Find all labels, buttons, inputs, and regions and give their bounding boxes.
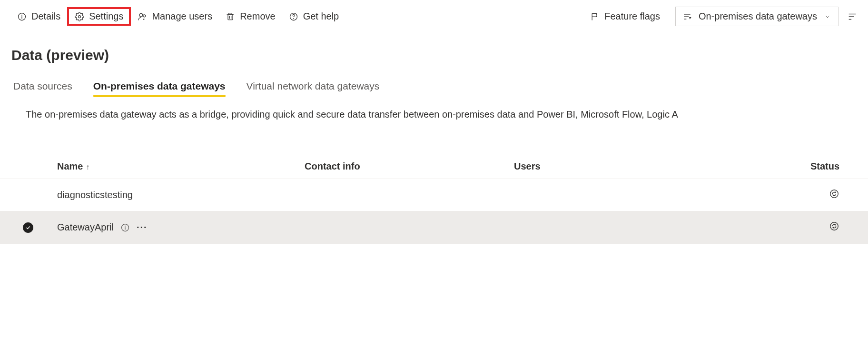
column-header-name[interactable]: Name↑ xyxy=(57,161,305,172)
row-selected-checkmark-icon[interactable] xyxy=(23,222,33,233)
details-button[interactable]: Details xyxy=(10,8,67,25)
page-title: Data (preview) xyxy=(11,47,868,63)
settings-label: Settings xyxy=(89,11,123,22)
svg-point-21 xyxy=(830,222,838,230)
svg-point-10 xyxy=(293,18,294,19)
command-bar: Details Settings Manage users Remove Get… xyxy=(0,0,868,33)
tab-data-sources[interactable]: Data sources xyxy=(13,80,72,97)
command-bar-left: Details Settings Manage users Remove Get… xyxy=(10,7,345,26)
gear-icon xyxy=(75,12,84,21)
svg-point-1 xyxy=(22,15,22,15)
tab-description: The on-premises data gateway acts as a b… xyxy=(26,109,868,120)
flag-icon xyxy=(590,12,600,21)
feature-flags-button[interactable]: Feature flags xyxy=(583,8,667,25)
table-row[interactable]: GatewayApril ··· xyxy=(0,211,868,244)
command-bar-right: Feature flags On-premises data gateways xyxy=(583,7,858,26)
get-help-button[interactable]: Get help xyxy=(282,8,346,25)
info-icon xyxy=(17,12,27,21)
gateway-name: diagnosticstesting xyxy=(57,190,133,200)
table-header-row: Name↑ Contact info Users Status xyxy=(0,154,868,179)
chevron-down-icon xyxy=(824,13,831,20)
gateways-table: Name↑ Contact info Users Status diagnost… xyxy=(0,154,868,244)
svg-point-5 xyxy=(143,14,146,17)
gateway-name: GatewayApril xyxy=(57,222,114,233)
tab-virtual-network-gateways[interactable]: Virtual network data gateways xyxy=(247,80,380,97)
tab-bar: Data sources On-premises data gateways V… xyxy=(13,80,868,97)
details-label: Details xyxy=(31,11,60,22)
column-header-status[interactable]: Status xyxy=(690,161,868,172)
view-selector[interactable]: On-premises data gateways xyxy=(675,7,838,26)
remove-button[interactable]: Remove xyxy=(219,8,282,25)
column-header-users[interactable]: Users xyxy=(514,161,690,172)
view-selector-label: On-premises data gateways xyxy=(699,11,817,22)
column-header-contact[interactable]: Contact info xyxy=(305,161,514,172)
manage-users-label: Manage users xyxy=(152,11,212,22)
help-icon xyxy=(289,12,298,21)
sort-ascending-icon: ↑ xyxy=(86,163,89,171)
svg-rect-6 xyxy=(228,14,233,20)
remove-label: Remove xyxy=(240,11,275,22)
svg-point-3 xyxy=(79,15,81,18)
refresh-status-icon[interactable] xyxy=(829,221,839,231)
filter-icon[interactable] xyxy=(847,11,858,22)
more-actions-button[interactable]: ··· xyxy=(137,222,148,233)
get-help-label: Get help xyxy=(303,11,339,22)
refresh-status-icon[interactable] xyxy=(829,189,839,199)
trash-icon xyxy=(226,12,235,21)
svg-point-17 xyxy=(830,190,838,198)
svg-point-4 xyxy=(140,13,143,17)
people-icon xyxy=(138,12,147,21)
filter-list-icon xyxy=(682,12,692,21)
manage-users-button[interactable]: Manage users xyxy=(131,8,219,25)
table-row[interactable]: diagnosticstesting xyxy=(0,179,868,211)
settings-button[interactable]: Settings xyxy=(67,7,131,26)
svg-point-19 xyxy=(125,226,126,226)
info-icon[interactable] xyxy=(120,223,130,232)
tab-on-premises-gateways[interactable]: On-premises data gateways xyxy=(93,80,226,97)
feature-flags-label: Feature flags xyxy=(604,11,660,22)
